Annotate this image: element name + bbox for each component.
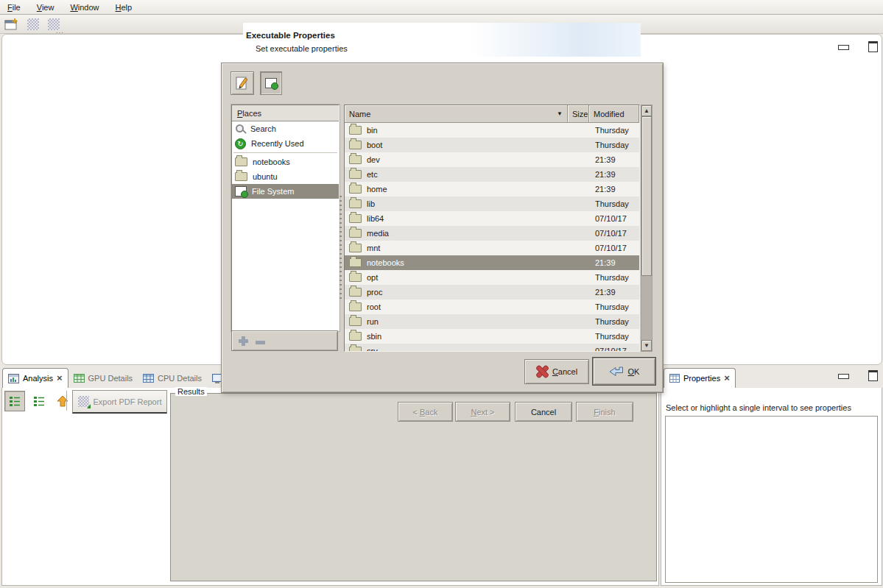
- file-rows: bin Thursday boot Thursday dev 21:39 etc: [345, 123, 639, 352]
- unguided-analysis-button[interactable]: [29, 392, 49, 411]
- finish-button[interactable]: Finish: [576, 402, 633, 422]
- maximize-icon[interactable]: [868, 41, 878, 52]
- column-header-modified[interactable]: Modified: [589, 105, 639, 123]
- next-button[interactable]: Next >: [455, 402, 510, 422]
- column-header-name[interactable]: Name▼: [345, 105, 568, 123]
- folder-icon: [349, 332, 362, 341]
- file-row[interactable]: home 21:39: [345, 182, 639, 196]
- folder-icon: [349, 170, 362, 179]
- analysis-steps-view-button[interactable]: [4, 391, 25, 411]
- ok-arrow-icon: [609, 366, 624, 376]
- folder-icon: [235, 157, 247, 166]
- minimize-icon[interactable]: [838, 45, 849, 50]
- disabled-toolbar-overflow-icon: [48, 18, 60, 30]
- file-row[interactable]: lib Thursday: [345, 196, 639, 211]
- pane-resize-handle[interactable]: [340, 196, 342, 299]
- folder-icon: [349, 347, 362, 352]
- file-row[interactable]: dev 21:39: [345, 152, 639, 167]
- browse-filesystem-button[interactable]: [260, 71, 282, 95]
- file-row[interactable]: bin Thursday: [345, 123, 639, 138]
- folder-icon: [349, 229, 362, 238]
- menu-item-view[interactable]: View: [35, 2, 56, 13]
- menu-bar: File View Window Help: [0, 0, 883, 15]
- properties-empty-box: [665, 416, 878, 583]
- tab-properties[interactable]: Properties ×: [664, 368, 736, 388]
- recently-used-icon: ↻: [235, 138, 246, 149]
- file-list-header: Name▼ Size Modified: [345, 105, 639, 123]
- chooser-ok-button[interactable]: OK: [593, 358, 655, 385]
- analysis-icon: [8, 374, 19, 383]
- scrollbar-thumb[interactable]: [641, 116, 652, 276]
- folder-icon: [349, 155, 362, 164]
- places-item-file-system[interactable]: File System: [232, 184, 339, 199]
- sort-arrow-icon: ▼: [557, 110, 563, 117]
- places-add-remove-bar: [231, 330, 338, 351]
- file-row[interactable]: root Thursday: [345, 300, 639, 314]
- list-icon: [33, 395, 45, 407]
- file-row[interactable]: proc 21:39: [345, 285, 639, 300]
- new-session-icon[interactable]: [4, 18, 18, 30]
- file-row[interactable]: lib64 07/10/17: [345, 211, 639, 226]
- places-header[interactable]: Places: [232, 105, 339, 121]
- scroll-down-icon[interactable]: ▼: [641, 340, 652, 351]
- application-window: File View Window Help Executable Propert…: [0, 0, 883, 588]
- minimize-icon[interactable]: [838, 374, 849, 379]
- close-icon[interactable]: ×: [724, 375, 730, 382]
- editor-minmax-controls: [838, 41, 878, 52]
- back-button[interactable]: < Back: [398, 402, 453, 422]
- file-row[interactable]: etc 21:39: [345, 167, 639, 182]
- folder-icon: [349, 302, 362, 311]
- maximize-icon[interactable]: [868, 370, 878, 381]
- file-row[interactable]: sbin Thursday: [345, 329, 639, 344]
- chooser-cancel-button[interactable]: Cancel: [524, 359, 589, 384]
- type-filename-button[interactable]: [231, 71, 254, 95]
- wizard-title: Executable Properties: [246, 31, 335, 40]
- places-item-search[interactable]: Search: [232, 121, 339, 136]
- places-item-recently-used[interactable]: ↻Recently Used: [232, 136, 339, 151]
- places-item-notebooks[interactable]: notebooks: [232, 155, 339, 169]
- gpu-details-icon: [74, 374, 85, 383]
- places-panel: Places Search ↻Recently Used notebooks u…: [231, 105, 340, 331]
- places-item-ubuntu[interactable]: ubuntu: [232, 169, 339, 184]
- file-row[interactable]: boot Thursday: [345, 138, 639, 152]
- wizard-subtitle: Set executable properties: [256, 44, 348, 53]
- tab-cpu-details[interactable]: CPU Details: [138, 369, 207, 388]
- file-row[interactable]: media 07/10/17: [345, 226, 639, 241]
- properties-hint: Select or highlight a single interval to…: [666, 403, 851, 412]
- cpu-details-icon: [143, 374, 154, 383]
- disabled-toolbar-icon: [27, 18, 39, 30]
- cancel-button[interactable]: Cancel: [515, 402, 572, 422]
- scroll-up-icon[interactable]: ▲: [641, 105, 652, 116]
- list-icon: [9, 395, 21, 407]
- export-pdf-report-button[interactable]: Export PDF Report: [72, 390, 167, 414]
- folder-icon: [349, 141, 362, 149]
- file-system-disk-icon: [235, 186, 247, 196]
- folder-icon: [349, 126, 362, 135]
- folder-icon: [349, 214, 362, 223]
- type-filename-icon: [235, 76, 250, 91]
- scrollbar-track[interactable]: [641, 276, 652, 340]
- file-row[interactable]: notebooks 21:39: [345, 255, 639, 270]
- file-chooser-dialog: Places Search ↻Recently Used notebooks u…: [221, 63, 664, 393]
- cancel-x-icon: [536, 366, 548, 378]
- column-header-size[interactable]: Size: [568, 105, 589, 123]
- tab-gpu-details[interactable]: GPU Details: [68, 369, 138, 388]
- add-place-icon[interactable]: [239, 336, 248, 346]
- file-row[interactable]: run Thursday: [345, 314, 639, 329]
- file-system-disk-icon: [265, 78, 277, 88]
- menu-item-window[interactable]: Window: [68, 2, 100, 13]
- folder-icon: [349, 199, 362, 208]
- menu-item-help[interactable]: Help: [114, 2, 134, 13]
- file-row[interactable]: mnt 07/10/17: [345, 241, 639, 255]
- up-level-button[interactable]: [53, 392, 72, 411]
- file-row[interactable]: opt Thursday: [345, 270, 639, 285]
- file-list-scrollbar: ▲ ▼: [641, 105, 652, 352]
- results-group-label: Results: [175, 387, 207, 396]
- remove-place-icon[interactable]: [256, 341, 265, 344]
- close-icon[interactable]: ×: [57, 375, 63, 382]
- file-row[interactable]: srv 07/10/17: [345, 344, 639, 352]
- analysis-toolbar: [4, 391, 72, 411]
- folder-icon: [349, 317, 362, 326]
- tab-analysis[interactable]: Analysis ×: [2, 368, 68, 388]
- menu-item-file[interactable]: File: [6, 2, 22, 13]
